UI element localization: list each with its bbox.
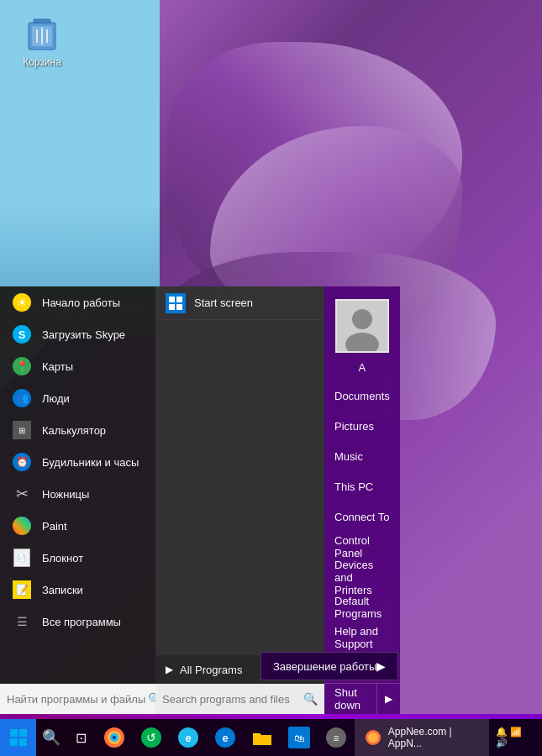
startup-icon: ☀ — [10, 291, 34, 314]
shutdown-row: Shut down ▶ — [324, 683, 400, 714]
paint-label: Paint — [42, 520, 67, 533]
svg-rect-9 — [176, 297, 182, 302]
scissors-icon: ✂ — [10, 482, 34, 506]
scissors-label: Ножницы — [42, 488, 89, 501]
notepad-label: Блокнот — [42, 552, 83, 564]
sidebar-item-scissors[interactable]: ✂ Ножницы — [0, 478, 155, 510]
maps-label: Карты — [42, 360, 73, 373]
active-window-title: AppNee.com | AppN... — [388, 726, 481, 749]
start-search-input[interactable] — [7, 693, 148, 706]
sidebar-item-alarm[interactable]: ⏰ Будильники и часы — [0, 446, 155, 478]
paint-icon — [10, 514, 34, 538]
allprograms-icon: ☰ — [10, 610, 34, 633]
right-menu-devices-printers[interactable]: Devices and Printers — [324, 562, 400, 592]
right-menu-documents[interactable]: Documents — [324, 381, 400, 411]
all-programs-label: All Programs — [180, 664, 242, 676]
svg-rect-10 — [169, 304, 175, 310]
sidebar-item-calc[interactable]: ⊞ Калькулятор — [0, 414, 155, 446]
taskbar-refresh[interactable]: ↺ — [133, 719, 170, 756]
right-menu-default-programs[interactable]: Default Programs — [324, 592, 400, 622]
taskbar-edge[interactable]: e — [207, 719, 244, 756]
sidebar-item-maps[interactable]: 📍 Карты — [0, 350, 155, 382]
recycle-bin-label: Корзина — [23, 56, 61, 68]
svg-rect-8 — [169, 297, 175, 302]
shutdown-label: Shut down — [334, 686, 366, 711]
firefox-icon — [103, 726, 126, 749]
taskbar-tray: 🔔 📶 🔊 — [489, 727, 542, 748]
taskbar-ie[interactable]: e — [170, 719, 207, 756]
maps-icon: 📍 — [10, 354, 34, 378]
sidebar-item-startup[interactable]: ☀ Начало работы — [0, 286, 155, 318]
sidebar-item-allprograms[interactable]: ☰ Все программы — [0, 606, 155, 638]
extra-icon: ≡ — [324, 726, 348, 749]
svg-rect-11 — [176, 304, 182, 310]
right-menu-connect-to[interactable]: Connect To — [324, 501, 400, 532]
sticky-label: Записки — [42, 584, 83, 596]
recycle-bin[interactable]: Корзина — [13, 13, 71, 68]
taskbar-extra[interactable]: ≡ — [318, 719, 355, 756]
tray-clock: 🔔 📶 🔊 — [496, 727, 535, 748]
start-menu-right-panel: A Documents Pictures Music This PC Conne… — [324, 286, 400, 714]
pictures-label: Pictures — [334, 420, 374, 433]
people-label: Люди — [42, 392, 70, 405]
taskbar-active-window[interactable]: AppNee.com | AppN... — [355, 719, 489, 756]
calc-label: Калькулятор — [42, 424, 106, 437]
task-view-icon: ⊡ — [76, 730, 87, 746]
taskbar-firefox[interactable] — [96, 719, 133, 756]
shutdown-arrow-button[interactable]: ▶ — [376, 684, 400, 714]
desktop: Корзина APPNEE.COM ☀ Начало работы S Заг… — [0, 0, 542, 756]
start-screen-item[interactable]: Start screen — [155, 286, 324, 320]
shutdown-popup-label: Завершение работы — [273, 660, 376, 673]
notepad-icon: 📄 — [10, 546, 34, 570]
right-menu-this-pc[interactable]: This PC — [324, 471, 400, 501]
shutdown-popup[interactable]: Завершение работы ▶ — [260, 652, 398, 680]
taskbar-start-button[interactable] — [0, 719, 36, 756]
this-pc-label: This PC — [334, 480, 373, 493]
shutdown-popup-arrow-icon: ▶ — [376, 659, 386, 673]
help-support-label: Help and Support — [334, 625, 390, 650]
start-search-box[interactable]: 🔍 — [0, 684, 155, 714]
sidebar-item-paint[interactable]: Paint — [0, 510, 155, 542]
user-avatar-section — [324, 286, 400, 361]
alarm-label: Будильники и часы — [42, 456, 139, 469]
start-apps-list: ☀ Начало работы S Загрузить Skype 📍 Карт… — [0, 286, 155, 684]
sidebar-item-skype[interactable]: S Загрузить Skype — [0, 318, 155, 350]
devices-printers-label: Devices and Printers — [334, 559, 390, 596]
svg-point-18 — [113, 736, 116, 739]
calc-icon: ⊞ — [10, 418, 34, 442]
sidebar-item-notepad[interactable]: 📄 Блокнот — [0, 542, 155, 574]
allprograms-label: Все программы — [42, 616, 121, 628]
edge-icon: e — [213, 726, 237, 749]
start-tiles-area — [155, 320, 324, 655]
windows-logo-icon — [10, 729, 27, 746]
taskbar-search-button[interactable]: 🔍 — [36, 719, 66, 756]
taskbar-store[interactable]: 🛍 — [281, 719, 318, 756]
start-menu-middle-panel: Start screen ▶ All Programs 🔍 — [155, 286, 324, 714]
user-name: A — [324, 361, 400, 381]
people-icon: 👥 — [10, 386, 34, 410]
recycle-bin-icon — [22, 13, 62, 53]
right-menu-pictures[interactable]: Pictures — [324, 411, 400, 441]
alarm-icon: ⏰ — [10, 450, 34, 474]
right-menu-help-support[interactable]: Help and Support — [324, 622, 400, 653]
default-programs-label: Default Programs — [334, 595, 390, 620]
middle-search-input[interactable] — [162, 693, 303, 706]
middle-search-icon[interactable]: 🔍 — [303, 692, 318, 706]
sidebar-item-people[interactable]: 👥 Люди — [0, 382, 155, 414]
skype-icon: S — [10, 323, 34, 346]
middle-search-box[interactable]: 🔍 — [155, 684, 324, 714]
taskbar: 🔍 ⊡ ↺ — [0, 719, 542, 756]
taskbar-task-view-button[interactable]: ⊡ — [66, 719, 95, 756]
right-menu-music[interactable]: Music — [324, 441, 400, 471]
start-screen-icon — [166, 293, 186, 313]
shutdown-button[interactable]: Shut down — [324, 684, 376, 714]
avatar[interactable] — [335, 299, 389, 353]
skype-label: Загрузить Skype — [42, 328, 125, 341]
start-menu-left-panel: ☀ Начало работы S Загрузить Skype 📍 Карт… — [0, 286, 155, 714]
connect-to-label: Connect To — [334, 511, 390, 523]
sidebar-item-sticky[interactable]: 📝 Записки — [0, 574, 155, 606]
taskbar-folder[interactable] — [244, 719, 281, 756]
svg-text:↺: ↺ — [146, 731, 156, 744]
start-menu: ☀ Начало работы S Загрузить Skype 📍 Карт… — [0, 286, 387, 714]
refresh-icon: ↺ — [139, 726, 163, 749]
